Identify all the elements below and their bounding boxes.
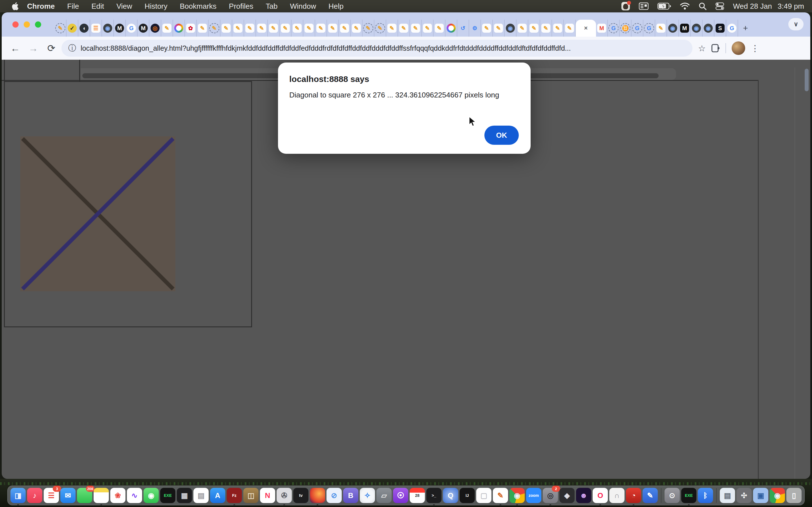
search-icon[interactable] <box>699 2 707 11</box>
dock-item-speedtest[interactable]: ◔ <box>626 488 641 503</box>
tab-pencil-doc[interactable]: ✎ <box>516 20 528 37</box>
tab-pencil-doc[interactable]: ✎ <box>303 20 315 37</box>
dock-item-bluetooth[interactable]: ᛒ <box>698 488 713 503</box>
wifi-icon[interactable] <box>680 2 690 11</box>
dock-item-photos[interactable]: ❀ <box>110 488 125 503</box>
tab-people[interactable]: ♊ <box>620 20 631 37</box>
dock-item-safari[interactable]: ✧ <box>360 488 375 503</box>
tab-pencil-doc[interactable]: ✎ <box>220 20 232 37</box>
tab-pencil-doc[interactable]: ✎ <box>232 20 244 37</box>
tab-pencil-doc[interactable]: ✎ <box>528 20 540 37</box>
active-tab[interactable]: × <box>576 20 596 37</box>
tab-pencil-doc[interactable]: ✎ <box>434 20 446 37</box>
tab-pencil-doc[interactable]: ✎ <box>410 20 422 37</box>
dock-item-app-store[interactable]: A <box>210 488 225 503</box>
dock-item-keychain[interactable]: ✇ <box>276 488 292 503</box>
tab-pencil-circle[interactable]: ✎ <box>374 20 386 37</box>
menu-time[interactable]: 3:49 pm <box>777 2 804 11</box>
profile-avatar[interactable] <box>732 41 745 55</box>
tab-chrome-dark[interactable]: ◉ <box>703 20 714 37</box>
vertical-scrollbar-thumb[interactable] <box>805 69 809 91</box>
tab-g-ring[interactable]: G <box>631 20 644 37</box>
tab-chrome-dark[interactable]: ◉ <box>505 20 516 37</box>
tab-s-dark[interactable]: S <box>714 20 726 37</box>
tab-pencil-doc[interactable]: ✎ <box>268 20 280 37</box>
dock-item-textedit[interactable]: ▤ <box>193 488 209 503</box>
tab-pencil-doc[interactable]: ✎ <box>552 20 564 37</box>
dock-item-chrome-mini[interactable]: ◉ <box>770 488 785 503</box>
tab-pencil-doc[interactable]: ✎ <box>540 20 552 37</box>
tab-check-circle[interactable]: ✓ <box>66 20 79 37</box>
tab-pencil-doc[interactable]: ✎ <box>197 20 209 37</box>
ok-button[interactable]: OK <box>485 126 519 145</box>
tab-pencil-circle[interactable]: ✎ <box>363 20 374 37</box>
tab-pencil-doc[interactable]: ✎ <box>244 20 256 37</box>
dock-item-opera[interactable]: O <box>593 488 608 503</box>
tab-pencil-doc[interactable]: ✎ <box>280 20 292 37</box>
tab-pencil-doc[interactable]: ✎ <box>422 20 434 37</box>
tab-nsw[interactable]: ✿ <box>185 20 197 37</box>
dock-item-mail[interactable]: ✉ <box>60 488 75 503</box>
dock-item-notes[interactable] <box>94 488 109 503</box>
menu-bookmarks[interactable]: Bookmarks <box>174 0 223 12</box>
tab-pencil-doc[interactable]: ✎ <box>386 20 398 37</box>
zoom-window-button[interactable] <box>35 21 41 27</box>
tab-stackoverflow[interactable]: ☰ <box>90 20 102 37</box>
tab-spinner[interactable] <box>446 20 457 37</box>
menu-window[interactable]: Window <box>284 0 322 12</box>
dock-item-inkscape[interactable]: ◆ <box>559 488 574 503</box>
tab-spinner[interactable] <box>173 20 185 37</box>
dock-item-iphone-mirroring[interactable]: ▦ <box>177 488 192 503</box>
dock-item-filezilla[interactable]: Fz <box>227 488 242 503</box>
extensions-icon[interactable] <box>711 44 720 52</box>
dock-item-facetime[interactable]: ◉ <box>144 488 159 503</box>
dock-item-gray-vm[interactable]: ▱ <box>376 488 392 503</box>
tab-pencil-doc[interactable]: ✎ <box>398 20 410 37</box>
tab-pencil-doc[interactable]: ✎ <box>655 20 667 37</box>
menu-edit[interactable]: Edit <box>85 0 110 12</box>
menu-tab[interactable]: Tab <box>260 0 284 12</box>
tab-pencil-doc[interactable]: ✎ <box>351 20 363 37</box>
tab-g-ring[interactable]: G <box>644 20 655 37</box>
dock-item-quicktime[interactable]: Q <box>443 488 458 503</box>
tab-g-ring[interactable]: G <box>608 20 620 37</box>
tab-m-ring[interactable]: M <box>138 20 149 37</box>
tab-pencil-doc[interactable]: ✎ <box>161 20 173 37</box>
minimize-window-button[interactable] <box>24 21 30 27</box>
dock-item-minimized-window[interactable]: ▤ <box>720 488 735 503</box>
dock-item-exe-terminal-2[interactable]: EXE <box>681 488 696 503</box>
tab-gmail[interactable]: M <box>596 20 608 37</box>
menu-date[interactable]: Wed 28 Jan <box>733 2 772 11</box>
menu-file[interactable]: File <box>61 0 85 12</box>
tab-chrome-dark[interactable]: ◉ <box>691 20 703 37</box>
dock-item-white-monster[interactable]: ∩ <box>609 488 624 503</box>
tab-pencil-doc[interactable]: ✎ <box>315 20 327 37</box>
dock-item-terminal[interactable]: >_ <box>426 488 442 503</box>
tab-github[interactable]: ◖ <box>79 20 90 37</box>
tab-pencil-circle[interactable]: ✎ <box>209 20 220 37</box>
tab-pencil-doc[interactable]: ✎ <box>481 20 493 37</box>
dock-item-calendar[interactable]: 28 <box>410 488 425 503</box>
site-info-icon[interactable]: ⓘ <box>68 43 76 54</box>
tab-pencil-circle[interactable]: ✎ <box>55 20 66 37</box>
dock-item-intellij[interactable]: IJ <box>460 488 475 503</box>
tab-pencil-doc[interactable]: ✎ <box>327 20 339 37</box>
close-window-button[interactable] <box>12 21 18 27</box>
control-center-icon[interactable] <box>716 2 724 11</box>
dock-item-bbedit[interactable]: B <box>343 488 358 503</box>
forward-button[interactable]: → <box>26 40 41 56</box>
tab-pencil-doc[interactable]: ✎ <box>493 20 505 37</box>
back-button[interactable]: ← <box>7 40 23 56</box>
menu-profiles[interactable]: Profiles <box>223 0 260 12</box>
tab-chrome-dark[interactable]: ◉ <box>667 20 679 37</box>
tab-m-ring[interactable]: M <box>114 20 126 37</box>
tab-pencil-doc[interactable]: ✎ <box>564 20 576 37</box>
dock-item-moth-mini[interactable]: ✣ <box>737 488 752 503</box>
dock-item-zoom[interactable]: zoom <box>526 488 541 503</box>
browser-menu-icon[interactable]: ⋮ <box>751 43 759 53</box>
dock-item-messages[interactable]: 208 <box>77 488 92 503</box>
bookmark-star-icon[interactable]: ☆ <box>698 43 706 53</box>
dock-item-reminders[interactable]: ☰3 <box>44 488 59 503</box>
tab-google-g[interactable]: G <box>126 20 138 37</box>
tab-pencil-doc[interactable]: ✎ <box>339 20 351 37</box>
